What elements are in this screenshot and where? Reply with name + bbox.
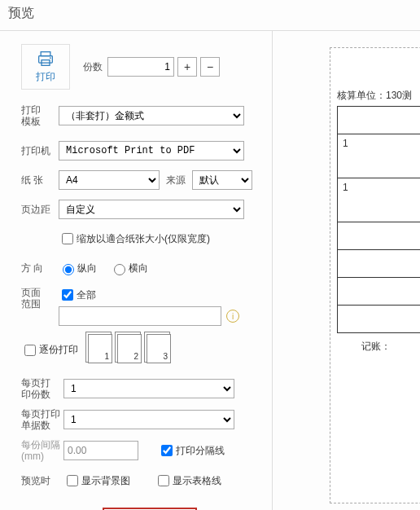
spacing-input	[63, 441, 138, 460]
per-page-sheets-label: 每页打印 单据数	[21, 408, 63, 431]
doc-unit-value: 130测	[386, 90, 412, 101]
orientation-landscape[interactable]: 横向	[110, 262, 148, 275]
svg-point-3	[50, 57, 51, 59]
page-range-input[interactable]	[59, 306, 221, 326]
svg-rect-1	[39, 55, 53, 62]
show-bg-label: 显示背景图	[81, 474, 130, 488]
per-page-copies-label: 每页打 印份数	[21, 377, 63, 400]
preview-document: 核算单位：130测 摘 1 1 合 计 伍拾仟 记账：	[330, 47, 420, 503]
paper-size-select[interactable]: A4	[59, 170, 160, 190]
preview-opts-label: 预览时	[21, 475, 63, 486]
per-page-sheets-select[interactable]: 1	[63, 410, 234, 429]
scale-to-fit-checkbox[interactable]	[62, 233, 73, 244]
collate-label: 逐份打印	[39, 343, 78, 357]
doc-footer: 记账：	[337, 340, 420, 354]
orientation-portrait[interactable]: 纵向	[59, 262, 97, 275]
print-preview-area: 核算单位：130测 摘 1 1 合 计 伍拾仟 记账：	[273, 31, 420, 503]
total-label-cell: 合 计	[338, 306, 421, 333]
info-icon[interactable]: i	[226, 310, 239, 323]
margin-label: 页边距	[21, 204, 59, 215]
show-grid-checkbox[interactable]	[158, 475, 169, 486]
per-page-copies-select[interactable]: 1	[63, 379, 234, 398]
margin-select[interactable]: 自定义	[59, 200, 244, 219]
scale-to-fit-label: 缩放以適合纸张大小(仅限宽度)	[77, 232, 210, 246]
paper-label: 纸 张	[21, 174, 59, 186]
separator-line-label: 打印分隔线	[176, 444, 225, 458]
template-select[interactable]: （非套打）金额式	[59, 106, 244, 125]
svg-rect-0	[41, 51, 50, 55]
doc-unit-prefix: 核算单位：	[337, 90, 386, 101]
paper-source-select[interactable]: 默认	[192, 170, 252, 190]
table-cell: 1	[338, 178, 421, 222]
paper-source-label: 来源	[166, 174, 189, 187]
printer-icon	[35, 51, 56, 67]
copies-input[interactable]	[107, 57, 174, 77]
page-range-all-label: 全部	[77, 288, 96, 302]
spacing-label: 每份间隔 (mm)	[21, 439, 63, 462]
orientation-label: 方 向	[21, 262, 59, 274]
window-title: 预览	[0, 0, 420, 31]
printer-select[interactable]: Microsoft Print to PDF	[59, 141, 244, 160]
page-range-all-checkbox[interactable]	[62, 289, 73, 301]
print-button-label: 打印	[36, 70, 55, 84]
page-range-label: 页面 范围	[21, 287, 59, 310]
show-bg-checkbox[interactable]	[67, 475, 78, 486]
show-grid-label: 显示表格线	[173, 474, 221, 488]
print-button[interactable]: 打印	[21, 44, 70, 90]
copies-decrease-button[interactable]: −	[200, 57, 220, 77]
separator-line-checkbox[interactable]	[161, 445, 173, 456]
table-cell: 1	[338, 134, 421, 178]
col-summary-header: 摘	[338, 107, 421, 134]
printer-label: 打印机	[21, 145, 59, 156]
template-label: 打印 模板	[21, 104, 59, 127]
print-settings-panel: 打印 份数 + − 打印 模板 （非套打）金额式 打印机 Microsoft P…	[0, 31, 273, 510]
preview-table: 摘 1 1 合 计 伍拾仟	[337, 106, 420, 333]
copies-increase-button[interactable]: +	[177, 57, 197, 77]
collate-checkbox[interactable]	[24, 345, 36, 356]
copies-label: 份数	[83, 61, 107, 73]
